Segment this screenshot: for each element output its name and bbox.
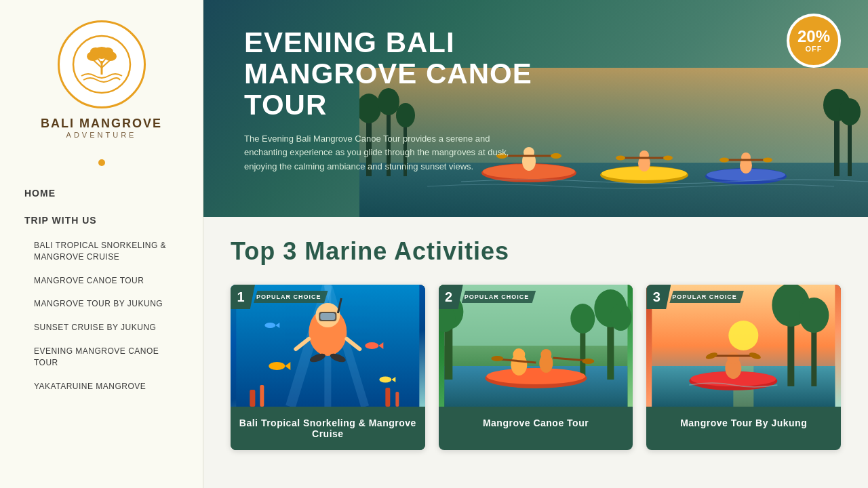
nav-sunset-cruise[interactable]: SUNSET CRUISE BY JUKUNG bbox=[0, 316, 203, 340]
svg-point-85 bbox=[540, 349, 551, 360]
popular-text-2: POPULAR CHOICE bbox=[462, 291, 536, 303]
rank-2: 2 bbox=[439, 285, 463, 309]
nav-snorkeling-cruise[interactable]: BALI TROPICAL SNORKELING & MANGROVE CRUI… bbox=[0, 234, 203, 269]
discount-off: OFF bbox=[806, 45, 823, 53]
scroll-indicator bbox=[98, 159, 105, 166]
activity-card-2[interactable]: 2 POPULAR CHOICE Mangrove Canoe Tour bbox=[439, 285, 633, 450]
svg-point-36 bbox=[663, 156, 673, 161]
discount-badge: 20% OFF bbox=[787, 14, 841, 68]
svg-rect-68 bbox=[395, 392, 399, 407]
popular-text-3: POPULAR CHOICE bbox=[669, 291, 744, 303]
svg-point-43 bbox=[763, 158, 772, 163]
popular-badge-2: 2 POPULAR CHOICE bbox=[439, 285, 536, 309]
logo-text: BALI MANGROVE ADVENTURE bbox=[41, 117, 162, 139]
sidebar: BALI MANGROVE ADVENTURE HOME TRIP WITH U… bbox=[0, 0, 203, 488]
svg-point-77 bbox=[610, 304, 631, 331]
svg-point-92 bbox=[729, 321, 759, 350]
activity-card-3[interactable]: 3 POPULAR CHOICE Mangrove Tour By Jukung bbox=[646, 285, 841, 450]
hero-banner: EVENING BALI MANGROVE CANOE TOUR The Eve… bbox=[203, 0, 868, 217]
hero-text-block: EVENING BALI MANGROVE CANOE TOUR The Eve… bbox=[244, 27, 617, 174]
svg-point-81 bbox=[486, 368, 585, 384]
cards-row: 1 POPULAR CHOICE Bali Tropical Snorkelin… bbox=[231, 285, 841, 450]
svg-rect-66 bbox=[260, 385, 264, 407]
svg-point-42 bbox=[719, 158, 729, 163]
logo-icon bbox=[71, 34, 132, 95]
activities-section: Top 3 Marine Activities bbox=[203, 217, 868, 477]
svg-rect-51 bbox=[320, 313, 335, 320]
section-title: Top 3 Marine Activities bbox=[231, 237, 841, 266]
nav-evening-canoe[interactable]: EVENING MANGROVE CANOE TOUR bbox=[0, 340, 203, 375]
svg-point-57 bbox=[269, 362, 285, 370]
svg-rect-65 bbox=[250, 390, 255, 407]
card-label-2: Mangrove Canoe Tour bbox=[439, 407, 633, 439]
discount-percent: 20% bbox=[797, 28, 830, 45]
rank-3: 3 bbox=[646, 285, 671, 309]
svg-point-61 bbox=[264, 323, 275, 328]
card-image-2: 2 POPULAR CHOICE bbox=[439, 285, 633, 407]
logo-container: BALI MANGROVE ADVENTURE bbox=[27, 0, 176, 152]
svg-point-10 bbox=[102, 47, 113, 56]
nav-home[interactable]: HOME bbox=[0, 180, 203, 207]
svg-point-89 bbox=[582, 359, 594, 364]
nav-mangrove-jukung[interactable]: MANGROVE TOUR BY JUKUNG bbox=[0, 292, 203, 316]
svg-point-87 bbox=[491, 356, 503, 361]
nav-trip-with-us[interactable]: TRIP WITH US bbox=[0, 207, 203, 234]
svg-point-79 bbox=[570, 304, 595, 333]
svg-point-59 bbox=[365, 342, 378, 349]
popular-badge-1: 1 POPULAR CHOICE bbox=[231, 285, 328, 309]
hero-title: EVENING BALI MANGROVE CANOE TOUR bbox=[244, 27, 617, 121]
svg-point-97 bbox=[800, 298, 829, 333]
rank-1: 1 bbox=[231, 285, 255, 309]
nav-section: HOME TRIP WITH US BALI TROPICAL SNORKELI… bbox=[0, 173, 203, 405]
nav-yakataruine[interactable]: YAKATARUINE MANGROVE bbox=[0, 375, 203, 399]
svg-rect-67 bbox=[385, 388, 390, 407]
card-label-1: Bali Tropical Snorkeling & Mangrove Crui… bbox=[231, 407, 425, 450]
main-content: EVENING BALI MANGROVE CANOE TOUR The Eve… bbox=[203, 0, 868, 488]
popular-text-1: POPULAR CHOICE bbox=[254, 291, 328, 303]
svg-point-63 bbox=[379, 377, 391, 383]
svg-point-35 bbox=[616, 156, 625, 161]
svg-point-83 bbox=[513, 348, 525, 361]
card-label-3: Mangrove Tour By Jukung bbox=[646, 407, 841, 439]
svg-point-101 bbox=[728, 352, 740, 364]
card-image-3: 3 POPULAR CHOICE bbox=[646, 285, 841, 407]
nav-mangrove-canoe[interactable]: MANGROVE CANOE TOUR bbox=[0, 269, 203, 293]
card-image-1: 1 POPULAR CHOICE bbox=[231, 285, 425, 407]
popular-badge-3: 3 POPULAR CHOICE bbox=[646, 285, 744, 309]
svg-point-22 bbox=[839, 98, 861, 125]
svg-point-9 bbox=[90, 47, 101, 56]
activity-card-1[interactable]: 1 POPULAR CHOICE Bali Tropical Snorkelin… bbox=[231, 285, 425, 450]
hero-description: The Evening Bali Mangrove Canoe Tour pro… bbox=[244, 132, 529, 174]
logo-title: BALI MANGROVE bbox=[41, 117, 162, 131]
logo-circle bbox=[58, 20, 146, 108]
logo-subtitle: ADVENTURE bbox=[41, 131, 162, 139]
